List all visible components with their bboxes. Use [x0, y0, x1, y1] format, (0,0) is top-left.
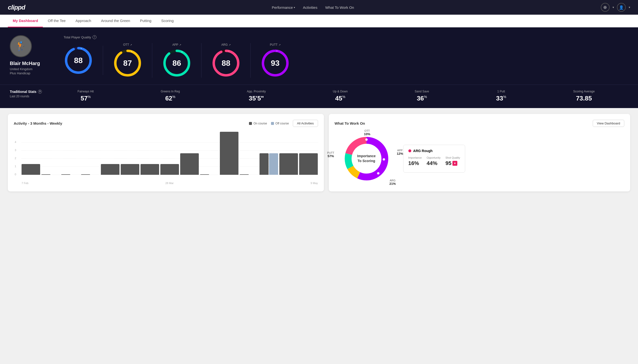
score-arg-label: ARG ↗	[221, 43, 231, 46]
all-activities-button[interactable]: All Activities	[293, 120, 318, 127]
avatar: 🏌️	[10, 35, 32, 57]
stat-scoringavg-label: Scoring Average	[573, 90, 595, 93]
bar-group-2	[61, 174, 80, 175]
opportunity-metric: Opportunity 44%	[427, 156, 441, 166]
tab-around-the-green[interactable]: Around the Green	[96, 15, 135, 28]
score-putt-label: PUTT ↗	[270, 43, 280, 46]
score-ott-label: OTT ↗	[123, 43, 132, 46]
bottom-section: Activity - 3 Months - Weekly On course O…	[0, 108, 638, 197]
stat-updown-label: Up & Down	[333, 90, 348, 93]
activity-card-header: Activity - 3 Months - Weekly On course O…	[14, 120, 318, 127]
importance-metric: Importance 16%	[408, 156, 422, 166]
stat-sand-value: 36%	[415, 94, 429, 102]
info-icon[interactable]: ?	[93, 35, 96, 39]
bar-oncourse-5[interactable]	[121, 164, 139, 175]
stat-app-value: 35'5"	[247, 94, 266, 102]
chevron-down-icon: ▾	[294, 6, 295, 9]
tab-off-the-tee[interactable]: Off the Tee	[43, 15, 71, 28]
tab-my-dashboard[interactable]: My Dashboard	[8, 15, 43, 28]
score-overall-value: 88	[74, 56, 83, 65]
bar-oncourse-0[interactable]	[22, 164, 40, 175]
stat-up-down: Up & Down 45%	[333, 90, 348, 102]
activity-card-title: Activity - 3 Months - Weekly	[14, 121, 62, 126]
trad-info-icon[interactable]: ?	[38, 90, 42, 94]
view-dashboard-button[interactable]: View Dashboard	[593, 120, 624, 127]
x-label-may: 9 May	[311, 182, 318, 184]
bar-oncourse-13[interactable]	[279, 153, 298, 175]
bar-group-6	[140, 164, 159, 175]
legend-offcourse: Off course	[271, 122, 289, 125]
player-country: United Kingdom	[10, 67, 33, 71]
bar-oncourse-11[interactable]	[240, 174, 249, 175]
donut-svg	[340, 132, 393, 186]
pink-dot-icon	[408, 149, 411, 152]
bar-oncourse-12[interactable]	[260, 153, 269, 175]
shot-quality-badge: 95 ▼	[445, 160, 457, 166]
bar-oncourse-2[interactable]	[61, 174, 70, 175]
score-overall: 88	[64, 46, 103, 75]
chevron-down-icon-user: ▾	[629, 6, 630, 9]
opportunity-value: 44%	[427, 160, 441, 166]
score-app-value: 86	[172, 59, 181, 68]
putt-trend-icon: ↗	[279, 44, 281, 46]
stat-oneputt-value: 33%	[496, 94, 506, 102]
score-arg: ARG ↗ 88	[201, 43, 251, 78]
bar-oncourse-14[interactable]	[299, 153, 318, 175]
tabs-bar: My Dashboard Off the Tee Approach Around…	[0, 15, 638, 28]
bar-group-10	[220, 132, 239, 175]
arg-rough-info-card: ARG Rough Importance 16% Opportunity 44%…	[403, 145, 465, 172]
bar-oncourse-8[interactable]	[180, 153, 199, 175]
bar-group-3	[81, 174, 100, 175]
add-button[interactable]: ⊕	[601, 3, 610, 12]
stat-sand-label: Sand Save	[415, 90, 429, 93]
svg-point-22	[352, 144, 381, 173]
score-app-label: APP ↗	[172, 43, 181, 46]
top-nav: clippd Performance ▾ Activities What To …	[0, 0, 638, 15]
circle-ott: 87	[113, 48, 142, 78]
bar-group-9	[200, 174, 219, 175]
bar-oncourse-10[interactable]	[220, 132, 239, 175]
user-profile-button[interactable]: 👤	[617, 3, 626, 12]
player-handicap: Plus Handicap	[10, 72, 30, 75]
what-to-work-on-card: What To Work On View Dashboard OTT10% AP…	[329, 114, 630, 192]
player-info: 🏌️ Blair McHarg United Kingdom Plus Hand…	[10, 35, 54, 75]
bar-oncourse-4[interactable]	[101, 164, 119, 175]
stats-items: Fairways Hit 57% Greens In Reg 62% App. …	[44, 90, 628, 102]
nav-what-to-work-on[interactable]: What To Work On	[325, 6, 354, 10]
donut-label-putt: PUTT57%	[327, 151, 334, 158]
trad-stats-label: Traditional Stats ? Last 20 rounds	[10, 90, 44, 98]
nav-activities[interactable]: Activities	[303, 6, 317, 10]
shot-quality-value: 95	[445, 160, 451, 166]
score-putt-value: 93	[271, 59, 280, 68]
nav-performance[interactable]: Performance ▾	[272, 6, 295, 10]
bar-oncourse-6[interactable]	[140, 164, 159, 175]
bar-oncourse-9[interactable]	[200, 174, 209, 175]
bar-group-5	[121, 164, 139, 175]
bar-group-13	[279, 153, 298, 175]
tab-approach[interactable]: Approach	[71, 15, 96, 28]
score-putt: PUTT ↗ 93	[251, 43, 300, 78]
tab-putting[interactable]: Putting	[135, 15, 156, 28]
score-arg-value: 88	[222, 59, 230, 68]
stat-oneputt-label: 1 Putt	[496, 90, 506, 93]
bar-group-7	[160, 164, 179, 175]
wtwo-content: OTT10% APP12% ARG21% PUTT57%	[335, 132, 624, 186]
bar-oncourse-7[interactable]	[160, 164, 179, 175]
plus-icon: ⊕	[603, 5, 607, 10]
x-axis: 7 Feb 28 Mar 9 May	[14, 181, 318, 184]
bar-offcourse-12[interactable]	[269, 153, 278, 175]
stats-bar: Traditional Stats ? Last 20 rounds Fairw…	[0, 84, 638, 108]
shot-quality-label: Shot Quality	[445, 156, 460, 159]
stat-greens-label: Greens In Reg	[161, 90, 180, 93]
bar-group-14	[299, 153, 318, 175]
legend-dot-oncourse	[249, 122, 252, 125]
bar-oncourse-3[interactable]	[81, 174, 90, 175]
ott-trend-icon: ↗	[130, 44, 132, 46]
bar-chart: 4 3 2 1 0	[14, 132, 318, 181]
bar-oncourse-1[interactable]	[41, 174, 50, 175]
dashboard-hero: 🏌️ Blair McHarg United Kingdom Plus Hand…	[0, 28, 638, 84]
tab-scoring[interactable]: Scoring	[156, 15, 178, 28]
stat-app-proximity: App. Proximity 35'5"	[247, 90, 266, 102]
score-ott: OTT ↗ 87	[103, 43, 152, 78]
score-ott-value: 87	[123, 59, 132, 68]
